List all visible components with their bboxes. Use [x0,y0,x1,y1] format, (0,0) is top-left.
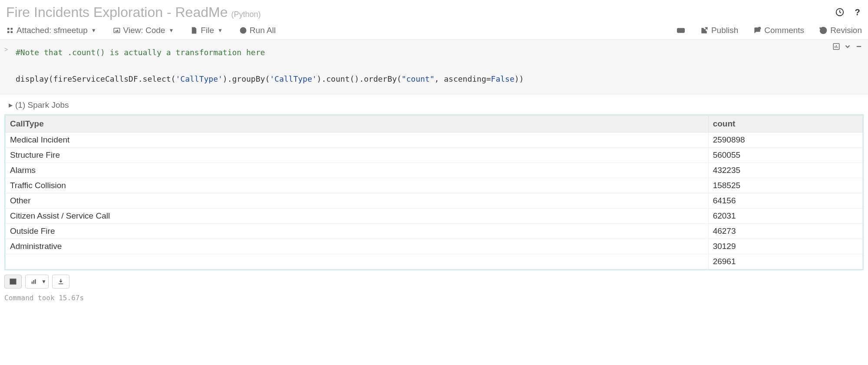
view-dropdown[interactable]: View: Code ▼ [113,26,174,35]
command-timing: Command took 15.67s [0,291,868,306]
svg-rect-9 [33,280,34,284]
cell-count: 26961 [708,254,862,269]
svg-point-5 [758,27,761,30]
cell-calltype: Traffic Collision [6,178,709,193]
cell-count: 432235 [708,163,862,178]
cell-calltype: Structure Fire [6,147,709,163]
table-row: Outside Fire46273 [6,223,863,239]
attached-cluster-dropdown[interactable]: Attached: sfmeetup ▼ [6,26,96,35]
output-toolbar: ▼ [0,270,868,291]
column-header-count[interactable]: count [708,115,862,132]
caret-down-icon: ▼ [168,27,174,33]
table-row: Administrative30129 [6,239,863,254]
toolbar: Attached: sfmeetup ▼ View: Code ▼ File ▼… [0,24,868,40]
chevron-down-icon[interactable] [844,43,851,52]
cell-output: ▶ (1) Spark Jobs CallType count Medical … [0,94,868,306]
code-comment: #Note that .count() is actually a transf… [16,48,265,57]
file-label: File [201,26,214,35]
run-all-button[interactable]: Run All [239,26,276,35]
table-row: Citizen Assist / Service Call62031 [6,208,863,223]
table-row: Alarms432235 [6,163,863,178]
table-row: Medical Incident2590898 [6,132,863,147]
table-row: Traffic Collision158525 [6,178,863,193]
caret-down-icon: ▼ [218,27,223,33]
table-row: Structure Fire560055 [6,147,863,163]
cell-count: 46273 [708,223,862,239]
svg-rect-8 [32,282,33,284]
comments-label: Comments [764,26,804,35]
publish-button[interactable]: Publish [700,26,738,35]
cell-calltype: Administrative [6,239,709,254]
spark-jobs-toggle[interactable]: ▶ (1) Spark Jobs [0,94,868,114]
notebook-header: Fire Incidents Exploration - ReadMe (Pyt… [0,0,868,24]
bar-chart-icon[interactable] [832,43,840,52]
cell-calltype: Outside Fire [6,223,709,239]
svg-rect-4 [677,28,685,33]
cell-calltype: Citizen Assist / Service Call [6,208,709,223]
keyboard-shortcuts-button[interactable] [677,26,685,35]
cell-count: 30129 [708,239,862,254]
code-editor[interactable]: #Note that .count() is actually a transf… [0,40,868,94]
view-label: View: Code [123,26,165,35]
file-dropdown[interactable]: File ▼ [190,26,223,35]
column-header-calltype[interactable]: CallType [6,115,709,132]
clock-icon[interactable] [835,7,845,19]
minimize-icon[interactable] [855,43,863,52]
cell-count: 62031 [708,208,862,223]
chart-view-button[interactable]: ▼ [25,275,49,289]
cell-count: 64156 [708,193,862,208]
table-header-row: CallType count [6,115,863,132]
table-view-button[interactable] [4,275,22,289]
table-row: Other64156 [6,193,863,208]
cell-count: 560055 [708,147,862,163]
notebook-language: (Python) [231,10,261,19]
svg-rect-2 [114,28,120,33]
download-button[interactable] [52,275,69,289]
cell-count: 158525 [708,178,862,193]
cell-calltype: Medical Incident [6,132,709,147]
caret-down-icon: ▼ [41,279,46,285]
cell-calltype: Other [6,193,709,208]
code-cell[interactable]: > #Note that .count() is actually a tran… [0,40,868,94]
attached-label: Attached: sfmeetup [17,26,88,35]
table-row: 26961 [6,254,863,269]
help-icon[interactable]: ? [852,7,862,19]
revision-label: Revision [830,26,862,35]
cell-run-indicator: > [4,46,8,53]
notebook-title[interactable]: Fire Incidents Exploration - ReadMe [6,4,228,20]
caret-down-icon: ▼ [91,27,96,33]
svg-rect-7 [10,279,16,284]
cell-calltype: Alarms [6,163,709,178]
cell-calltype [6,254,709,269]
cell-count: 2590898 [708,132,862,147]
comments-button[interactable]: Comments [753,26,804,35]
svg-rect-10 [35,279,36,284]
runall-label: Run All [250,26,276,35]
revision-history-button[interactable]: Revision [819,26,862,35]
svg-text:?: ? [855,7,860,17]
triangle-right-icon: ▶ [9,102,13,108]
output-table: CallType count Medical Incident2590898 S… [4,114,864,270]
spark-jobs-label: (1) Spark Jobs [15,100,69,110]
publish-label: Publish [711,26,738,35]
